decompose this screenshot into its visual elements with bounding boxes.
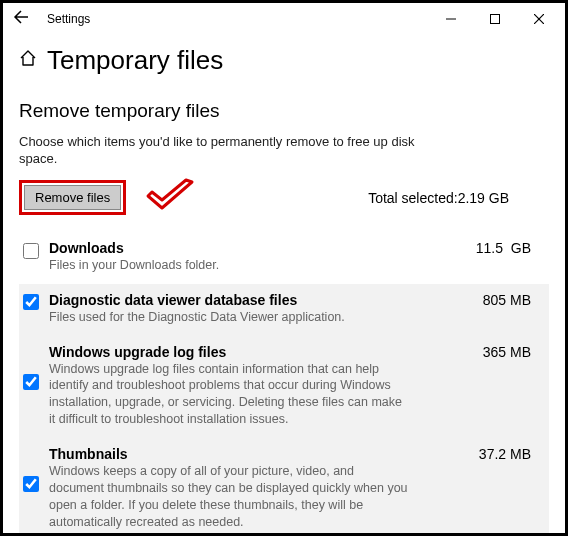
- item-desc: Files in your Downloads folder.: [49, 257, 409, 274]
- item-name: Downloads: [49, 240, 459, 256]
- home-icon[interactable]: [19, 49, 37, 72]
- item-size: 365 MB: [459, 344, 539, 360]
- section-description: Choose which items you'd like to permane…: [3, 130, 433, 168]
- item-desc: Windows upgrade log files contain inform…: [49, 361, 409, 429]
- app-title: Settings: [47, 12, 429, 26]
- item-size: 11.5 GB: [459, 240, 539, 256]
- checkmark-annotation-icon: [142, 178, 198, 218]
- list-item: Diagnostic data viewer database files Fi…: [19, 284, 549, 336]
- total-selected: Total selected:2.19 GB: [368, 190, 509, 206]
- item-checkbox-upgrade-logs[interactable]: [23, 374, 39, 390]
- minimize-button[interactable]: [429, 5, 473, 33]
- back-button[interactable]: [7, 9, 35, 30]
- item-name: Windows upgrade log files: [49, 344, 459, 360]
- item-name: Diagnostic data viewer database files: [49, 292, 459, 308]
- minimize-icon: [446, 14, 456, 24]
- section-header: Remove temporary files: [3, 82, 565, 130]
- title-bar: Settings: [3, 3, 565, 35]
- remove-files-button[interactable]: Remove files: [24, 185, 121, 210]
- close-button[interactable]: [517, 5, 561, 33]
- item-checkbox-thumbnails[interactable]: [23, 476, 39, 492]
- item-desc: Windows keeps a copy of all of your pict…: [49, 463, 409, 531]
- item-checkbox-downloads[interactable]: [23, 243, 39, 259]
- total-label: Total selected:: [368, 190, 458, 206]
- back-arrow-icon: [13, 9, 29, 25]
- maximize-icon: [490, 14, 500, 24]
- remove-button-highlight: Remove files: [19, 180, 126, 215]
- total-value: 2.19 GB: [458, 190, 509, 206]
- item-name: Thumbnails: [49, 446, 459, 462]
- items-list: Downloads Files in your Downloads folder…: [19, 232, 549, 536]
- svg-rect-1: [491, 15, 500, 24]
- list-item: Thumbnails Windows keeps a copy of all o…: [19, 438, 549, 536]
- list-item: Windows upgrade log files Windows upgrad…: [19, 336, 549, 439]
- item-size: 805 MB: [459, 292, 539, 308]
- page-title: Temporary files: [47, 45, 223, 76]
- list-item: Downloads Files in your Downloads folder…: [19, 232, 549, 284]
- item-size: 37.2 MB: [459, 446, 539, 462]
- item-checkbox-diagnostic[interactable]: [23, 294, 39, 310]
- close-icon: [534, 14, 544, 24]
- maximize-button[interactable]: [473, 5, 517, 33]
- item-desc: Files used for the Diagnostic Data Viewe…: [49, 309, 409, 326]
